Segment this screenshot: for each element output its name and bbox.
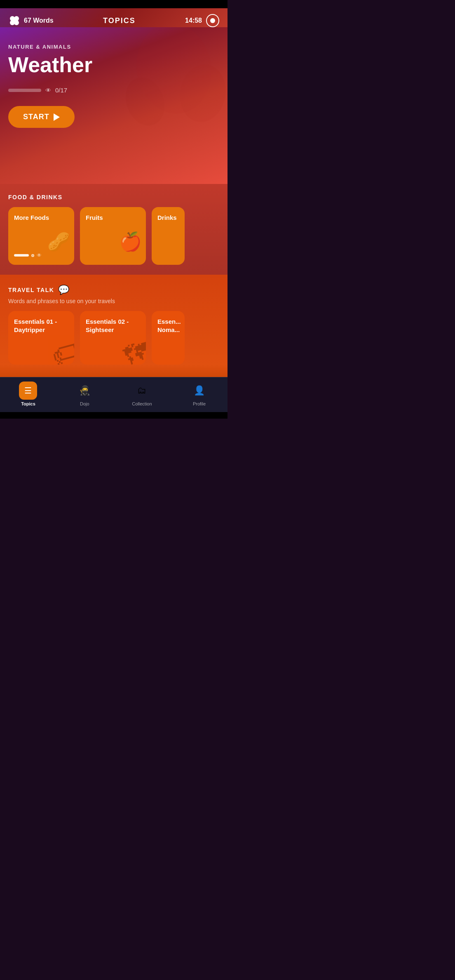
nav-collection-icon-wrap: 🗂 — [133, 382, 151, 400]
card-fruits-icon: 🍎 — [119, 231, 142, 252]
travel-section-header: TRAVEL TALK 💬 — [8, 285, 219, 295]
nav-profile-icon-wrap: 👤 — [190, 382, 209, 400]
card-more-foods-eye: 👁 — [37, 252, 42, 258]
visibility-icon: 👁 — [45, 87, 51, 94]
time-display: 14:58 — [185, 17, 202, 24]
play-icon — [54, 113, 60, 121]
nav-item-dojo[interactable]: 🥷 Dojo — [67, 382, 102, 406]
bottom-nav: ☰ Topics 🥷 Dojo 🗂 Collection 👤 Profile — [0, 377, 228, 412]
weather-decoration — [120, 27, 228, 134]
nav-dojo-icon-wrap: 🥷 — [75, 382, 94, 400]
app-header: 67 Words TOPICS 14:58 — [0, 8, 228, 27]
hero-progress-text: 0/17 — [55, 87, 67, 94]
bottom-bar — [0, 412, 228, 419]
circle-inner — [210, 18, 215, 23]
travel-section-label: TRAVEL TALK — [8, 287, 54, 293]
card-more-foods-bottom: 👁 — [14, 252, 68, 258]
card-drinks-title: Drinks — [157, 214, 179, 222]
card-essentials-01-bg-icon: 🏷 — [49, 335, 74, 365]
card-essentials-03[interactable]: Essen...Noma... — [152, 311, 185, 365]
card-essentials-02-bg-icon: 🗺 — [120, 335, 146, 365]
food-section-label: FOOD & DRINKS — [8, 194, 219, 200]
speech-bubbles-icon: 💬 — [58, 285, 69, 295]
svg-point-7 — [120, 72, 171, 131]
travel-subtitle: Words and phrases to use on your travels — [8, 298, 219, 304]
food-cards-row: More Foods 🥜 👁 Fruits 🍎 Drinks — [8, 207, 219, 268]
nav-dojo-label: Dojo — [80, 401, 89, 406]
clover-icon — [8, 14, 21, 27]
card-essentials-01-title: Essentials 01 -Daytripper — [14, 318, 68, 335]
card-essentials-02[interactable]: Essentials 02 -Sightseer 🗺 — [80, 311, 146, 365]
hero-progress-bar-bg — [8, 89, 41, 92]
hero-category: NATURE & ANIMALS — [8, 44, 219, 50]
start-button[interactable]: START — [8, 106, 75, 128]
hero-section: NATURE & ANIMALS Weather 👁 0/17 START — [0, 27, 228, 184]
card-essentials-03-title: Essen...Noma... — [157, 318, 179, 335]
food-section: FOOD & DRINKS More Foods 🥜 👁 Fruits 🍎 Dr… — [0, 184, 228, 275]
dojo-icon: 🥷 — [79, 385, 90, 396]
status-bar — [0, 0, 228, 8]
header-left: 67 Words — [8, 14, 54, 27]
card-fruits-title: Fruits — [86, 214, 140, 222]
card-essentials-01[interactable]: Essentials 01 -Daytripper 🏷 — [8, 311, 74, 365]
words-count: 67 Words — [24, 17, 54, 24]
card-drinks[interactable]: Drinks — [152, 207, 185, 265]
svg-point-4 — [13, 19, 16, 22]
nav-topics-label: Topics — [21, 401, 35, 406]
card-more-foods[interactable]: More Foods 🥜 👁 — [8, 207, 74, 265]
travel-section: TRAVEL TALK 💬 Words and phrases to use o… — [0, 275, 228, 365]
hero-title: Weather — [8, 53, 219, 77]
nav-item-topics[interactable]: ☰ Topics — [11, 382, 45, 406]
card-essentials-02-title: Essentials 02 -Sightseer — [86, 318, 140, 335]
card-more-foods-dot — [31, 254, 34, 257]
topics-icon: ☰ — [24, 386, 32, 396]
hero-progress-row: 👁 0/17 — [8, 87, 219, 94]
profile-icon: 👤 — [194, 385, 205, 396]
nav-profile-label: Profile — [193, 401, 206, 406]
collection-icon: 🗂 — [137, 385, 146, 396]
nav-collection-label: Collection — [132, 401, 152, 406]
nav-topics-icon-wrap: ☰ — [19, 382, 37, 400]
header-right: 14:58 — [185, 14, 219, 27]
card-more-foods-progress — [14, 254, 29, 257]
start-label: START — [23, 113, 49, 121]
circle-button[interactable] — [206, 14, 219, 27]
travel-cards-row: Essentials 01 -Daytripper 🏷 Essentials 0… — [8, 311, 219, 365]
card-fruits[interactable]: Fruits 🍎 — [80, 207, 146, 265]
card-more-foods-title: More Foods — [14, 214, 68, 222]
header-title: TOPICS — [103, 16, 136, 25]
nav-item-profile[interactable]: 👤 Profile — [182, 382, 217, 406]
nav-item-collection[interactable]: 🗂 Collection — [124, 382, 160, 406]
card-more-foods-icon: 🥜 — [47, 231, 70, 252]
